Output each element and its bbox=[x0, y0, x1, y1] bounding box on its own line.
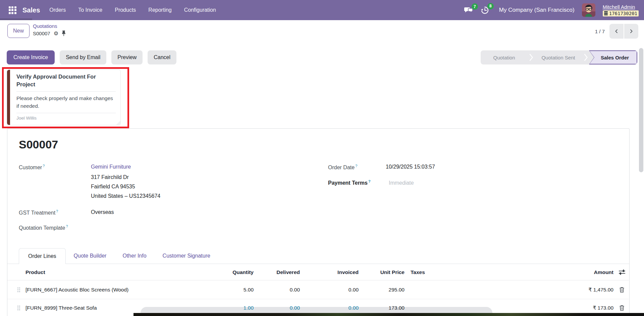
delete-line-button[interactable] bbox=[619, 305, 625, 311]
menu-to-invoice[interactable]: To Invoice bbox=[78, 7, 102, 13]
grid-icon bbox=[9, 6, 16, 14]
customer-link[interactable]: Gemini Furniture bbox=[91, 164, 131, 170]
activities-button[interactable]: 8 bbox=[481, 6, 489, 14]
divider bbox=[16, 91, 116, 92]
status-sales-order[interactable]: Sales Order bbox=[589, 50, 637, 64]
help-icon: ? bbox=[355, 164, 357, 168]
tab-customer-signature[interactable]: Customer Signature bbox=[155, 248, 218, 264]
database-badge: 1761730201 bbox=[603, 10, 639, 16]
status-separator bbox=[582, 50, 589, 64]
messages-button[interactable]: 7 bbox=[464, 6, 473, 14]
app-name[interactable]: Sales bbox=[22, 6, 40, 14]
invoiced-cell[interactable]: 0.00 bbox=[301, 287, 360, 293]
status-quotation-sent[interactable]: Quotation Sent bbox=[534, 50, 582, 64]
col-product[interactable]: Product bbox=[24, 269, 218, 275]
help-icon: ? bbox=[368, 179, 371, 183]
note-fold-corner bbox=[116, 121, 120, 125]
status-active-label: Sales Order bbox=[597, 55, 629, 60]
delete-line-button[interactable] bbox=[619, 286, 625, 293]
quantity-cell[interactable]: 5.00 bbox=[218, 287, 255, 293]
tab-order-lines[interactable]: Order Lines bbox=[19, 248, 66, 264]
pin-icon[interactable] bbox=[62, 31, 66, 36]
col-invoiced[interactable]: Invoiced bbox=[301, 269, 360, 275]
scrollbar[interactable] bbox=[639, 48, 643, 172]
note-author: Joel Willis bbox=[16, 116, 116, 121]
delivered-cell[interactable]: 0.00 bbox=[255, 287, 301, 293]
order-lines-table: Product Quantity Delivered Invoiced Unit… bbox=[7, 264, 629, 316]
breadcrumb: Quotations S00007 ⚙ bbox=[33, 23, 66, 36]
menu-configuration[interactable]: Configuration bbox=[184, 7, 216, 13]
drag-dots-icon bbox=[17, 287, 20, 292]
pager-next-button[interactable] bbox=[624, 24, 638, 39]
col-taxes[interactable]: Taxes bbox=[406, 269, 516, 275]
customer-label: Customer? bbox=[19, 164, 45, 171]
activity-note: Verify Approval Document For Project Ple… bbox=[7, 70, 121, 125]
help-icon: ? bbox=[43, 164, 45, 168]
order-date-value[interactable]: 10/29/2025 15:03:57 bbox=[386, 164, 435, 170]
company-switcher[interactable]: My Company (San Francisco) bbox=[499, 7, 575, 13]
gst-treatment-value[interactable]: Overseas bbox=[91, 209, 114, 215]
tab-other-info[interactable]: Other Info bbox=[114, 248, 154, 264]
notebook-tabs: Order Lines Quote Builder Other Info Cus… bbox=[7, 248, 629, 264]
col-amount[interactable]: Amount bbox=[516, 269, 614, 275]
database-id: 1761730201 bbox=[609, 11, 637, 16]
unit-price-cell[interactable]: 295.00 bbox=[360, 287, 406, 293]
payment-terms-label: Payment Terms? bbox=[328, 179, 371, 186]
apps-menu-icon[interactable] bbox=[4, 0, 20, 20]
product-cell[interactable]: [FURN_6667] Acoustic Bloc Screens (Wood) bbox=[24, 287, 218, 293]
menu-products[interactable]: Products bbox=[115, 7, 136, 13]
amount-cell: ₹ 173.00 bbox=[516, 305, 614, 311]
payment-terms-field[interactable]: Immediate bbox=[389, 180, 414, 186]
menu-reporting[interactable]: Reporting bbox=[148, 7, 171, 13]
col-unit-price[interactable]: Unit Price bbox=[360, 269, 406, 275]
unit-price-cell[interactable]: 173.00 bbox=[360, 305, 406, 311]
record-pager: 1 / 7 bbox=[595, 24, 638, 39]
user-name: Mitchell Admin bbox=[603, 4, 635, 10]
drag-handle[interactable] bbox=[13, 287, 24, 292]
note-color-bar bbox=[7, 70, 10, 125]
order-line-row[interactable]: [FURN_6667] Acoustic Bloc Screens (Wood)… bbox=[7, 280, 629, 299]
tab-quote-builder[interactable]: Quote Builder bbox=[66, 248, 115, 264]
gst-treatment-label: GST Treatment? bbox=[19, 209, 58, 216]
user-menu[interactable]: Mitchell Admin 1761730201 bbox=[603, 4, 639, 16]
divider bbox=[16, 113, 116, 113]
gear-icon[interactable]: ⚙ bbox=[54, 31, 58, 36]
optional-columns-icon[interactable] bbox=[619, 269, 626, 275]
avatar[interactable] bbox=[582, 3, 595, 17]
database-icon bbox=[604, 11, 608, 15]
col-quantity[interactable]: Quantity bbox=[218, 269, 255, 275]
pager-counter: 1 / 7 bbox=[595, 29, 605, 34]
top-navbar: Sales Orders To Invoice Products Reporti… bbox=[0, 0, 644, 20]
quantity-cell[interactable]: 1.00 bbox=[218, 305, 255, 311]
preview-button[interactable]: Preview bbox=[111, 50, 143, 64]
order-date-label: Order Date? bbox=[328, 164, 357, 171]
customer-address-line: Fairfield CA 94535 bbox=[91, 184, 135, 190]
note-title: Verify Approval Document For Project bbox=[16, 73, 114, 88]
new-button[interactable]: New bbox=[7, 24, 30, 38]
trash-icon bbox=[620, 287, 624, 292]
menu-orders[interactable]: Orders bbox=[49, 7, 66, 13]
status-separator bbox=[528, 50, 534, 64]
product-cell[interactable]: [FURN_8999] Three-Seat Sofa bbox=[24, 305, 218, 311]
messages-count-badge: 7 bbox=[472, 3, 478, 10]
order-reference: S00007 bbox=[19, 138, 58, 151]
pager-previous-button[interactable] bbox=[609, 24, 624, 39]
drag-handle[interactable] bbox=[13, 305, 24, 311]
create-invoice-button[interactable]: Create Invoice bbox=[7, 50, 55, 64]
control-panel: New Quotations S00007 ⚙ 1 / 7 bbox=[0, 20, 644, 47]
breadcrumb-quotations-link[interactable]: Quotations bbox=[33, 23, 66, 29]
screen-bottom-edge bbox=[133, 313, 644, 316]
activities-count-badge: 8 bbox=[487, 3, 494, 9]
cancel-button[interactable]: Cancel bbox=[148, 50, 176, 64]
chevron-right-icon bbox=[629, 29, 634, 34]
invoiced-cell[interactable]: 0.00 bbox=[301, 305, 360, 311]
statusbar: Quotation Quotation Sent Sales Order bbox=[481, 50, 637, 64]
note-body-text: Please check properly and make changes i… bbox=[16, 94, 114, 110]
help-icon: ? bbox=[66, 224, 68, 228]
delivered-cell[interactable]: 0.00 bbox=[255, 305, 301, 311]
send-by-email-button[interactable]: Send by Email bbox=[60, 50, 106, 64]
status-quotation[interactable]: Quotation bbox=[481, 50, 528, 64]
trash-icon bbox=[620, 305, 624, 311]
table-header-row: Product Quantity Delivered Invoiced Unit… bbox=[7, 264, 629, 280]
col-delivered[interactable]: Delivered bbox=[255, 269, 301, 275]
